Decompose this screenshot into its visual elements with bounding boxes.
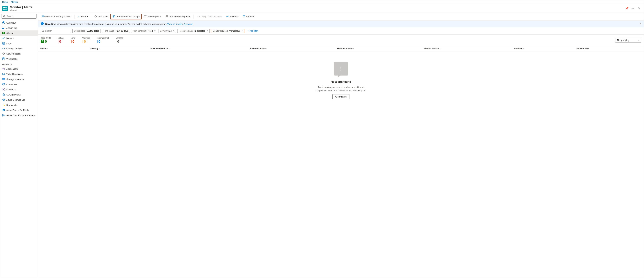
critical-icon: | xyxy=(58,40,58,43)
sidebar-item-metrics[interactable]: Metrics xyxy=(0,36,38,41)
search-input[interactable] xyxy=(45,29,69,32)
col-fire-time[interactable]: Fire time ↑↓ xyxy=(512,46,574,51)
sidebar-item-service-health[interactable]: Service health xyxy=(0,51,38,56)
alert-processing-rules-button[interactable]: Alert processing rules xyxy=(164,14,192,19)
sidebar-item-data-explorer[interactable]: Azure Data Explorer Clusters xyxy=(0,113,38,118)
svg-line-30 xyxy=(4,89,4,89)
notification-text: New: New: View alerts visualized on a ti… xyxy=(45,23,193,25)
sidebar-item-workbooks[interactable]: Workbooks xyxy=(0,56,38,61)
col-user-response[interactable]: User response ↑↓ xyxy=(335,46,422,51)
containers-icon xyxy=(2,83,5,86)
alert-rules-icon xyxy=(94,15,97,18)
breadcrumb-monitor[interactable]: Monitor xyxy=(11,1,18,3)
svg-line-32 xyxy=(4,89,4,90)
time-range-filter[interactable]: Time range : Past 30 days xyxy=(102,29,130,33)
sidebar-search-container xyxy=(0,13,38,20)
resource-name-close[interactable]: ✕ xyxy=(206,30,208,32)
sidebar-item-redis[interactable]: Azure Cache for Redis xyxy=(0,107,38,113)
sidebar-item-change-analysis[interactable]: Change Analysis xyxy=(0,46,38,51)
alert-condition-sort-icon: ↑↓ xyxy=(265,48,267,49)
severity-close[interactable]: ✕ xyxy=(173,30,174,32)
toolbar-sep-3 xyxy=(194,15,194,19)
sidebar-item-overview[interactable]: Overview xyxy=(0,20,38,25)
svg-point-5 xyxy=(3,22,4,23)
sidebar-item-key-vaults[interactable]: Key Vaults xyxy=(0,102,38,107)
sidebar-search-input[interactable] xyxy=(2,14,36,18)
activity-log-icon xyxy=(2,26,5,29)
sidebar-item-logs[interactable]: Logs xyxy=(0,41,38,46)
refresh-icon xyxy=(242,15,245,18)
sidebar-item-virtual-machines[interactable]: Virtual Machines xyxy=(0,71,38,76)
col-name[interactable]: Name ↑↓ xyxy=(38,46,88,51)
sidebar: Overview Activity log ! Alerts Metrics xyxy=(0,13,38,278)
filters-bar: Subscription : ACME Telco Time range : P… xyxy=(38,27,644,34)
subscription-filter[interactable]: Subscription : ACME Telco xyxy=(72,29,101,33)
metrics-icon xyxy=(2,37,5,39)
view-timeline-button[interactable]: View as timeline (preview) xyxy=(40,14,73,19)
notification-close-button[interactable]: ✕ xyxy=(640,22,642,25)
sidebar-item-networks[interactable]: Networks xyxy=(0,87,38,92)
prometheus-rule-groups-button[interactable]: Prometheus rule groups xyxy=(110,14,142,19)
notification-icon xyxy=(41,22,44,26)
alert-condition-close[interactable]: ✕ xyxy=(154,30,156,32)
sidebar-item-activity-log[interactable]: Activity log xyxy=(0,25,38,30)
change-user-response-button[interactable]: ✓ Change user response xyxy=(195,14,224,19)
breadcrumb-home[interactable]: Home xyxy=(2,1,8,3)
svg-rect-45 xyxy=(42,16,44,17)
sidebar-item-storage-accounts[interactable]: Storage accounts xyxy=(0,76,38,82)
monitor-service-close[interactable]: ✕ xyxy=(242,30,243,32)
close-button[interactable]: ✕ xyxy=(636,6,642,11)
sidebar-item-sql[interactable]: SQL (preview) xyxy=(0,92,38,97)
refresh-button[interactable]: Refresh xyxy=(241,14,256,19)
create-dropdown-icon: ▾ xyxy=(87,16,88,17)
monitor-service-sort-icon: ↑↓ xyxy=(440,48,441,49)
col-alert-condition[interactable]: Alert condition ↑↓ xyxy=(248,46,335,51)
col-affected-resource[interactable]: Affected resource ↑↓ xyxy=(148,46,248,51)
create-button[interactable]: + Create ▾ xyxy=(76,14,90,19)
redis-icon xyxy=(2,109,5,111)
name-sort-icon: ↑↓ xyxy=(46,48,48,49)
svg-point-18 xyxy=(3,68,4,69)
col-monitor-service[interactable]: Monitor service ↑↓ xyxy=(422,46,512,51)
stat-critical: Critical | 0 xyxy=(58,37,64,43)
sidebar-item-cosmos-db[interactable]: Azure Cosmos DB xyxy=(0,97,38,102)
more-button[interactable]: ••• xyxy=(631,6,635,11)
svg-point-53 xyxy=(146,15,146,16)
svg-rect-6 xyxy=(2,27,5,27)
logs-icon xyxy=(2,42,5,45)
svg-point-23 xyxy=(2,83,5,84)
toolbar-sep-1 xyxy=(74,15,74,19)
pin-button[interactable]: 📌 xyxy=(624,6,629,11)
alert-condition-filter[interactable]: Alert condition : Fired ✕ xyxy=(131,29,157,33)
severity-filter[interactable]: Severity : all ✕ xyxy=(158,29,176,33)
sidebar-item-alerts[interactable]: ! Alerts xyxy=(0,30,38,36)
actions-dropdown-icon: ▾ xyxy=(238,16,238,17)
create-icon: + xyxy=(78,15,79,18)
action-groups-button[interactable]: Action groups xyxy=(142,14,163,19)
grouping-dropdown[interactable]: No grouping ▾ xyxy=(615,38,641,42)
alert-rules-button[interactable]: Alert rules xyxy=(92,14,110,19)
clear-filters-button[interactable]: Clear filters xyxy=(332,94,350,99)
svg-rect-7 xyxy=(2,28,5,28)
svg-rect-54 xyxy=(166,15,168,16)
svg-rect-15 xyxy=(3,58,4,58)
svg-rect-59 xyxy=(42,23,42,24)
search-filter[interactable] xyxy=(40,29,71,33)
svg-rect-55 xyxy=(166,16,168,16)
notification-link[interactable]: View as timeline (preview) xyxy=(167,23,193,25)
service-health-icon xyxy=(2,52,5,55)
actions-button[interactable]: Actions ▾ xyxy=(224,14,240,19)
sidebar-item-containers[interactable]: Containers xyxy=(0,82,38,87)
table-header-row: Name ↑↓ Severity ↑↓ Affected resource ↑↓… xyxy=(38,46,644,51)
col-severity[interactable]: Severity ↑↓ xyxy=(88,46,148,51)
error-icon: | xyxy=(71,40,72,43)
resource-name-filter[interactable]: Resource name : 2 selected ✕ xyxy=(177,29,210,33)
processing-rules-icon xyxy=(166,15,168,18)
empty-state: No alerts found Try changing your search… xyxy=(38,51,644,110)
svg-rect-42 xyxy=(3,110,4,110)
page-header: Monitor | Alerts Microsoft 📌 ••• ✕ xyxy=(0,4,644,13)
breadcrumb: Home > Monitor xyxy=(0,0,644,4)
monitor-service-filter[interactable]: Monitor service : Prometheus ✕ xyxy=(211,29,245,33)
sidebar-item-applications[interactable]: Applications xyxy=(0,66,38,71)
add-filter-button[interactable]: + Add filter xyxy=(246,29,259,33)
